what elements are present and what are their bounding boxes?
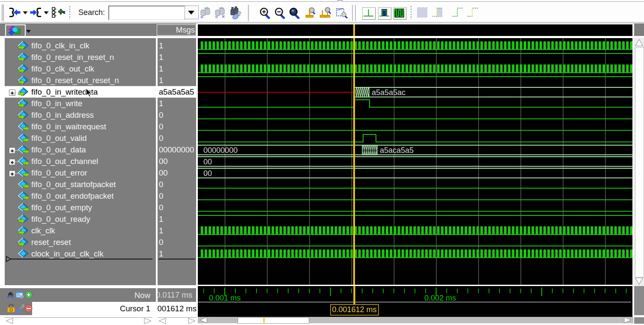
svg-text:0.002 ms: 0.002 ms bbox=[424, 294, 456, 302]
svg-text:00: 00 bbox=[203, 158, 212, 166]
svg-text:a5a5a5ac: a5a5a5ac bbox=[372, 88, 405, 97]
svg-text:00000000: 00000000 bbox=[203, 146, 238, 155]
svg-text:A: A bbox=[8, 292, 11, 296]
svg-text:0.001 ms: 0.001 ms bbox=[209, 294, 241, 302]
svg-text:0.001612 ms: 0.001612 ms bbox=[332, 305, 376, 314]
svg-text:a5aca5a5: a5aca5a5 bbox=[380, 146, 414, 155]
svg-text:00: 00 bbox=[203, 169, 212, 178]
